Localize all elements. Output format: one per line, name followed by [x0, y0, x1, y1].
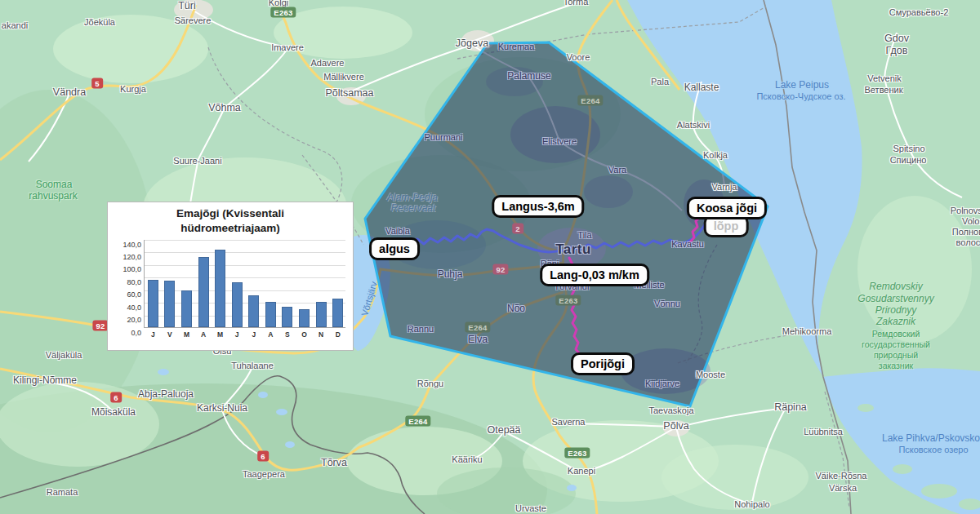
chart-xtick-label: J	[252, 330, 256, 339]
hydrometric-chart: Emajõgi (Kvissentali hüdromeetriajaam) 0…	[107, 202, 354, 351]
chart-xtick-label: M	[217, 330, 223, 339]
chart-ytick-label: 100,0	[122, 265, 141, 273]
callout-algus[interactable]: algus	[369, 237, 420, 260]
chart-ytick-label: 20,0	[127, 316, 141, 324]
chart-xtick-label: N	[318, 330, 323, 339]
chart-bar-A-7	[265, 302, 276, 327]
chart-xtick-label: J	[235, 330, 239, 339]
chart-xtick-label: V	[167, 330, 172, 339]
map-canvas[interactable]: akandiJõekülaTüriSärevereKolgiImavereAda…	[0, 0, 980, 514]
chart-ytick-label: 60,0	[127, 290, 141, 299]
chart-xtick-label: J	[151, 330, 155, 339]
chart-gridline	[145, 265, 345, 266]
chart-plot-area: 0,020,040,060,080,0100,0120,0140,0JVMAMJ…	[144, 240, 345, 328]
chart-bar-O-9	[299, 309, 310, 327]
chart-bar-J-0	[148, 280, 158, 327]
chart-xtick-label: O	[301, 330, 307, 339]
callout-langus-3-6m[interactable]: Langus-3,6m	[492, 195, 584, 218]
callout-koosa-jõgi[interactable]: Koosa jõgi	[687, 197, 767, 219]
chart-bar-J-6	[248, 295, 259, 327]
chart-bar-D-11	[332, 299, 343, 327]
chart-bar-M-2	[181, 290, 192, 328]
chart-ytick-label: 80,0	[127, 278, 141, 286]
chart-ytick-label: 40,0	[127, 304, 141, 312]
chart-bar-A-3	[198, 257, 209, 327]
chart-xtick-label: M	[184, 330, 189, 339]
chart-xtick-label: A	[268, 330, 273, 339]
callout-lang-0-03-m-km[interactable]: Lang-0,03 m/km	[540, 264, 649, 286]
chart-bar-M-4	[215, 250, 225, 327]
chart-ytick-label: 120,0	[122, 253, 141, 261]
chart-ytick-label: 0,0	[131, 329, 141, 337]
chart-xtick-label: S	[285, 330, 290, 339]
callout-porijõgi[interactable]: Porijõgi	[571, 352, 635, 375]
chart-bar-V-1	[164, 281, 175, 327]
chart-bar-J-5	[232, 282, 243, 327]
chart-ytick-label: 140,0	[122, 241, 141, 249]
chart-gridline	[145, 277, 345, 278]
chart-gridline	[145, 240, 345, 241]
chart-title: Emajõgi (Kvissentali hüdromeetriajaam)	[108, 206, 353, 236]
chart-bar-S-8	[282, 307, 292, 327]
chart-gridline	[145, 252, 345, 253]
chart-xtick-label: D	[336, 330, 341, 339]
chart-xtick-label: A	[201, 330, 206, 339]
chart-bar-N-10	[316, 302, 327, 327]
